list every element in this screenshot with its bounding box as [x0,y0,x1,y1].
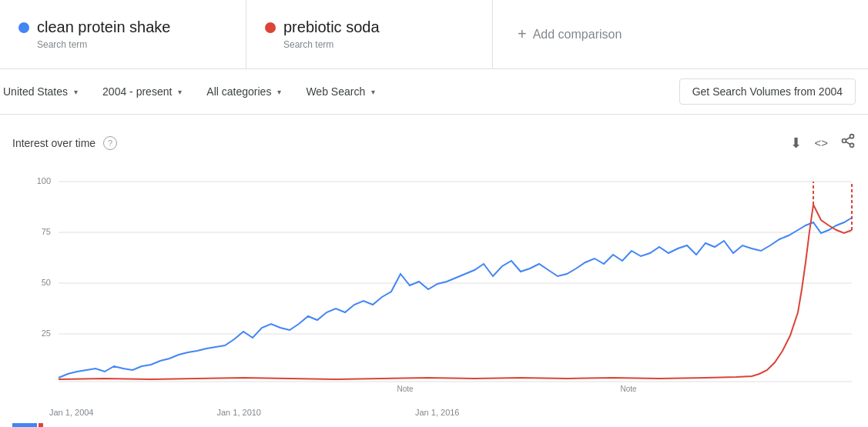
term-type-1: Search term [18,39,227,50]
period-dropdown[interactable]: 2004 - present ▾ [90,79,194,104]
interest-title: Interest over time [12,137,96,149]
term-name-2: prebiotic soda [283,18,380,36]
average-bars [12,423,43,427]
x-label-2010: Jan 1, 2010 [217,408,262,417]
search-type-chevron-icon: ▾ [371,88,375,96]
svg-text:50: 50 [42,278,51,287]
chart-svg: 100 75 50 25 Note Note [12,158,856,405]
svg-line-3 [846,142,850,144]
download-icon[interactable]: ⬇ [790,135,802,152]
svg-text:100: 100 [37,176,51,185]
search-term-1: clean protein shake Search term [0,0,246,68]
term-type-2: Search term [265,39,474,50]
svg-point-1 [843,139,846,143]
average-section: Average [0,420,868,427]
help-icon[interactable]: ? [103,136,117,150]
x-label-2016: Jan 1, 2016 [415,408,460,417]
interest-title-group: Interest over time ? [12,136,117,150]
search-terms-bar: clean protein shake Search term prebioti… [0,0,868,69]
avg-bar-blue [12,423,37,427]
interest-actions: ⬇ <> [790,133,856,152]
svg-point-0 [850,135,854,138]
period-chevron-icon: ▾ [178,88,182,96]
region-chevron-icon: ▾ [74,88,78,96]
x-label-2004: Jan 1, 2004 [49,408,94,417]
svg-text:Note: Note [620,385,637,393]
categories-label: All categories [206,85,271,98]
region-dropdown[interactable]: United States ▾ [0,79,90,104]
dot-blue-1 [18,22,29,33]
search-type-dropdown[interactable]: Web Search ▾ [293,79,387,104]
interest-header: Interest over time ? ⬇ <> [0,127,868,158]
avg-bar-red [39,423,43,427]
add-comparison-label: Add comparison [533,28,622,42]
search-term-2: prebiotic soda Search term [246,0,493,68]
plus-icon: + [518,25,527,43]
svg-text:25: 25 [42,329,51,338]
interest-section: Interest over time ? ⬇ <> 100 75 50 25 [0,115,868,427]
chart-area: 100 75 50 25 Note Note [12,158,856,405]
embed-icon[interactable]: <> [814,136,828,149]
period-label: 2004 - present [102,85,172,98]
dot-red-2 [265,22,276,33]
share-icon[interactable] [840,133,856,152]
svg-text:Note: Note [397,385,414,393]
get-search-volumes-label: Get Search Volumes from 2004 [692,85,843,98]
add-comparison-area[interactable]: + Add comparison [493,0,868,68]
search-type-label: Web Search [306,85,365,98]
term-name-1: clean protein shake [37,18,170,36]
get-search-volumes-button[interactable]: Get Search Volumes from 2004 [679,78,856,105]
filters-bar: United States ▾ 2004 - present ▾ All cat… [0,69,868,115]
svg-line-4 [846,137,850,139]
region-label: United States [3,85,68,98]
svg-point-2 [850,143,854,147]
svg-text:75: 75 [42,227,51,236]
categories-chevron-icon: ▾ [277,88,281,96]
categories-dropdown[interactable]: All categories ▾ [194,79,293,104]
x-axis-labels: Jan 1, 2004 Jan 1, 2010 Jan 1, 2016 [0,405,868,420]
